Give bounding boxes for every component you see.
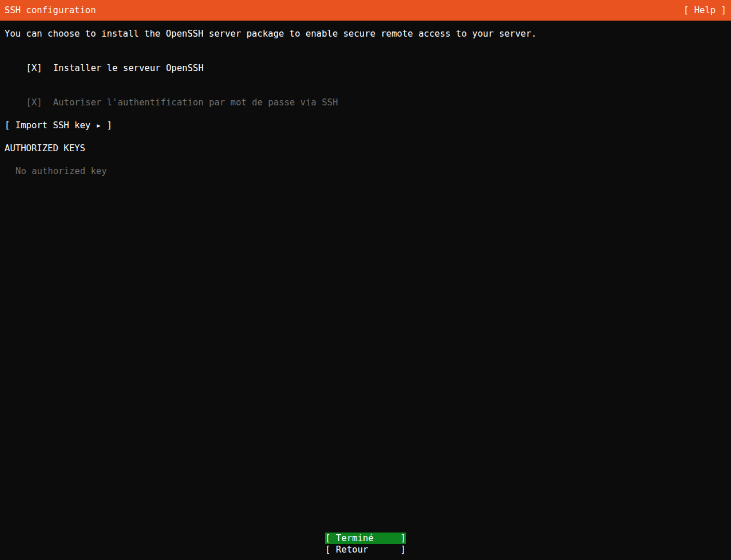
checkbox-allow-password-auth-label: Autoriser l'authentification par mot de … xyxy=(53,97,338,108)
back-button[interactable]: [ Retour ] xyxy=(325,544,406,555)
done-button[interactable]: [ Terminé ] xyxy=(325,533,406,544)
description-text: You can choose to install the OpenSSH se… xyxy=(5,28,536,40)
done-button-row: [ Terminé ] xyxy=(0,533,731,544)
title-bar: SSH configuration [ Help ] xyxy=(0,0,731,21)
back-button-row: [ Retour ] xyxy=(0,544,731,555)
checkbox-install-openssh-server[interactable]: [X]Installer le serveur OpenSSH xyxy=(5,51,204,62)
checkbox-checked-icon: [X] xyxy=(26,97,42,108)
authorized-keys-empty-message: No authorized key xyxy=(15,165,107,177)
page-title: SSH configuration xyxy=(5,5,96,16)
authorized-keys-heading: AUTHORIZED KEYS xyxy=(5,143,85,154)
import-ssh-key-button[interactable]: [ Import SSH key ▸ ] xyxy=(5,120,112,131)
help-button[interactable]: [ Help ] xyxy=(683,5,726,16)
checkbox-allow-password-auth: [X]Autoriser l'authentification par mot … xyxy=(5,85,338,97)
checkbox-checked-icon: [X] xyxy=(26,62,42,74)
checkbox-install-openssh-label: Installer le serveur OpenSSH xyxy=(53,63,204,73)
ssh-configuration-screen: SSH configuration [ Help ] You can choos… xyxy=(0,0,731,560)
